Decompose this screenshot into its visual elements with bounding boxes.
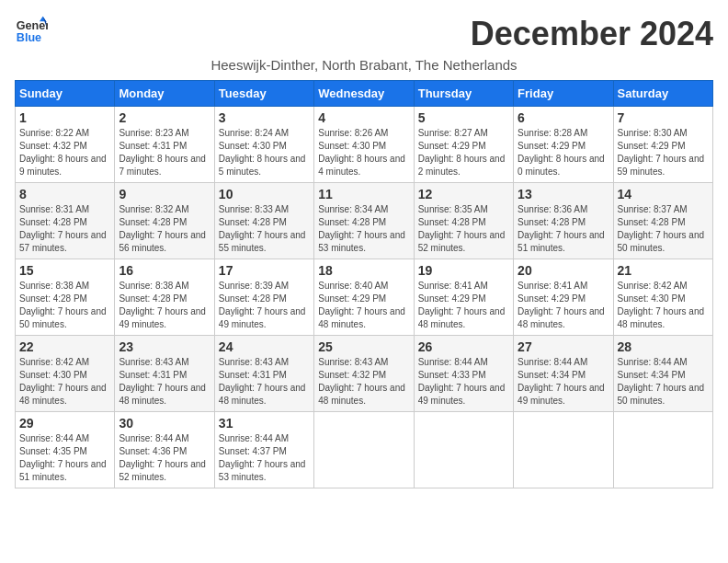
day-number: 18	[318, 263, 409, 278]
calendar-cell: 26Sunrise: 8:44 AM Sunset: 4:33 PM Dayli…	[414, 336, 513, 412]
day-number: 1	[19, 110, 110, 125]
day-number: 2	[119, 110, 210, 125]
calendar-week-2: 8Sunrise: 8:31 AM Sunset: 4:28 PM Daylig…	[16, 183, 713, 259]
calendar-table: SundayMondayTuesdayWednesdayThursdayFrid…	[15, 80, 713, 488]
month-title: December 2024	[471, 15, 713, 53]
day-number: 31	[219, 416, 310, 431]
day-info: Sunrise: 8:37 AM Sunset: 4:28 PM Dayligh…	[618, 203, 709, 255]
calendar-cell: 29Sunrise: 8:44 AM Sunset: 4:35 PM Dayli…	[16, 412, 115, 488]
calendar-cell: 19Sunrise: 8:41 AM Sunset: 4:29 PM Dayli…	[414, 259, 513, 336]
day-number: 30	[119, 416, 210, 431]
day-info: Sunrise: 8:43 AM Sunset: 4:31 PM Dayligh…	[219, 356, 310, 408]
day-info: Sunrise: 8:43 AM Sunset: 4:31 PM Dayligh…	[119, 356, 210, 408]
day-number: 27	[518, 339, 609, 354]
day-number: 28	[618, 339, 709, 354]
day-info: Sunrise: 8:40 AM Sunset: 4:29 PM Dayligh…	[318, 280, 409, 331]
day-number: 10	[219, 187, 310, 201]
day-number: 26	[418, 339, 509, 354]
day-info: Sunrise: 8:31 AM Sunset: 4:28 PM Dayligh…	[19, 203, 110, 255]
day-info: Sunrise: 8:44 AM Sunset: 4:33 PM Dayligh…	[418, 356, 509, 408]
day-info: Sunrise: 8:32 AM Sunset: 4:28 PM Dayligh…	[119, 203, 210, 255]
calendar-cell	[613, 412, 712, 488]
day-info: Sunrise: 8:38 AM Sunset: 4:28 PM Dayligh…	[19, 280, 110, 331]
calendar-cell: 4Sunrise: 8:26 AM Sunset: 4:30 PM Daylig…	[314, 107, 414, 183]
day-number: 6	[518, 110, 609, 125]
day-info: Sunrise: 8:34 AM Sunset: 4:28 PM Dayligh…	[318, 203, 409, 255]
weekday-monday: Monday	[115, 81, 214, 107]
calendar-body: 1Sunrise: 8:22 AM Sunset: 4:32 PM Daylig…	[16, 107, 713, 488]
page-header: General Blue December 2024	[15, 15, 713, 53]
day-info: Sunrise: 8:39 AM Sunset: 4:28 PM Dayligh…	[219, 280, 310, 331]
calendar-week-3: 15Sunrise: 8:38 AM Sunset: 4:28 PM Dayli…	[16, 259, 713, 336]
calendar-cell: 12Sunrise: 8:35 AM Sunset: 4:28 PM Dayli…	[414, 183, 513, 259]
day-number: 16	[119, 263, 210, 278]
title-block: December 2024	[471, 15, 713, 53]
calendar-cell: 15Sunrise: 8:38 AM Sunset: 4:28 PM Dayli…	[16, 259, 115, 336]
day-info: Sunrise: 8:42 AM Sunset: 4:30 PM Dayligh…	[19, 356, 110, 408]
calendar-cell: 17Sunrise: 8:39 AM Sunset: 4:28 PM Dayli…	[214, 259, 313, 336]
calendar-cell: 9Sunrise: 8:32 AM Sunset: 4:28 PM Daylig…	[115, 183, 214, 259]
calendar-cell	[414, 412, 513, 488]
day-number: 13	[518, 187, 609, 201]
calendar-cell: 20Sunrise: 8:41 AM Sunset: 4:29 PM Dayli…	[514, 259, 613, 336]
day-number: 9	[119, 187, 210, 201]
calendar-cell: 10Sunrise: 8:33 AM Sunset: 4:28 PM Dayli…	[214, 183, 313, 259]
day-info: Sunrise: 8:44 AM Sunset: 4:35 PM Dayligh…	[19, 432, 110, 484]
day-info: Sunrise: 8:44 AM Sunset: 4:37 PM Dayligh…	[219, 432, 310, 484]
calendar-cell: 31Sunrise: 8:44 AM Sunset: 4:37 PM Dayli…	[214, 412, 313, 488]
calendar-cell	[314, 412, 414, 488]
day-info: Sunrise: 8:22 AM Sunset: 4:32 PM Dayligh…	[19, 127, 110, 178]
day-info: Sunrise: 8:28 AM Sunset: 4:29 PM Dayligh…	[518, 127, 609, 178]
calendar-week-1: 1Sunrise: 8:22 AM Sunset: 4:32 PM Daylig…	[16, 107, 713, 183]
day-info: Sunrise: 8:36 AM Sunset: 4:28 PM Dayligh…	[518, 203, 609, 255]
calendar-cell: 13Sunrise: 8:36 AM Sunset: 4:28 PM Dayli…	[514, 183, 613, 259]
calendar-cell: 18Sunrise: 8:40 AM Sunset: 4:29 PM Dayli…	[314, 259, 414, 336]
weekday-thursday: Thursday	[414, 81, 513, 107]
calendar-cell: 22Sunrise: 8:42 AM Sunset: 4:30 PM Dayli…	[16, 336, 115, 412]
day-info: Sunrise: 8:44 AM Sunset: 4:34 PM Dayligh…	[618, 356, 709, 408]
calendar-cell: 14Sunrise: 8:37 AM Sunset: 4:28 PM Dayli…	[613, 183, 712, 259]
day-number: 8	[19, 187, 110, 201]
day-number: 21	[618, 263, 709, 278]
day-number: 3	[219, 110, 310, 125]
day-info: Sunrise: 8:41 AM Sunset: 4:29 PM Dayligh…	[518, 280, 609, 331]
calendar-cell: 5Sunrise: 8:27 AM Sunset: 4:29 PM Daylig…	[414, 107, 513, 183]
calendar-week-4: 22Sunrise: 8:42 AM Sunset: 4:30 PM Dayli…	[16, 336, 713, 412]
day-number: 24	[219, 339, 310, 354]
day-info: Sunrise: 8:41 AM Sunset: 4:29 PM Dayligh…	[418, 280, 509, 331]
calendar-cell: 30Sunrise: 8:44 AM Sunset: 4:36 PM Dayli…	[115, 412, 214, 488]
day-info: Sunrise: 8:26 AM Sunset: 4:30 PM Dayligh…	[318, 127, 409, 178]
day-info: Sunrise: 8:23 AM Sunset: 4:31 PM Dayligh…	[119, 127, 210, 178]
weekday-header-row: SundayMondayTuesdayWednesdayThursdayFrid…	[16, 81, 713, 107]
day-number: 22	[19, 339, 110, 354]
calendar-cell: 21Sunrise: 8:42 AM Sunset: 4:30 PM Dayli…	[613, 259, 712, 336]
day-number: 17	[219, 263, 310, 278]
day-info: Sunrise: 8:30 AM Sunset: 4:29 PM Dayligh…	[618, 127, 709, 178]
calendar-cell: 2Sunrise: 8:23 AM Sunset: 4:31 PM Daylig…	[115, 107, 214, 183]
calendar-cell: 6Sunrise: 8:28 AM Sunset: 4:29 PM Daylig…	[514, 107, 613, 183]
calendar-cell: 23Sunrise: 8:43 AM Sunset: 4:31 PM Dayli…	[115, 336, 214, 412]
day-info: Sunrise: 8:33 AM Sunset: 4:28 PM Dayligh…	[219, 203, 310, 255]
day-info: Sunrise: 8:42 AM Sunset: 4:30 PM Dayligh…	[618, 280, 709, 331]
weekday-sunday: Sunday	[16, 81, 115, 107]
calendar-cell: 8Sunrise: 8:31 AM Sunset: 4:28 PM Daylig…	[16, 183, 115, 259]
day-number: 15	[19, 263, 110, 278]
day-info: Sunrise: 8:43 AM Sunset: 4:32 PM Dayligh…	[318, 356, 409, 408]
day-info: Sunrise: 8:24 AM Sunset: 4:30 PM Dayligh…	[219, 127, 310, 178]
day-number: 20	[518, 263, 609, 278]
calendar-cell: 3Sunrise: 8:24 AM Sunset: 4:30 PM Daylig…	[214, 107, 313, 183]
calendar-cell: 16Sunrise: 8:38 AM Sunset: 4:28 PM Dayli…	[115, 259, 214, 336]
day-info: Sunrise: 8:35 AM Sunset: 4:28 PM Dayligh…	[418, 203, 509, 255]
svg-text:Blue: Blue	[17, 31, 41, 44]
day-info: Sunrise: 8:44 AM Sunset: 4:36 PM Dayligh…	[119, 432, 210, 484]
day-number: 23	[119, 339, 210, 354]
calendar-cell: 11Sunrise: 8:34 AM Sunset: 4:28 PM Dayli…	[314, 183, 414, 259]
weekday-tuesday: Tuesday	[214, 81, 313, 107]
day-number: 4	[318, 110, 409, 125]
day-number: 7	[618, 110, 709, 125]
weekday-wednesday: Wednesday	[314, 81, 414, 107]
calendar-cell: 27Sunrise: 8:44 AM Sunset: 4:34 PM Dayli…	[514, 336, 613, 412]
logo: General Blue	[15, 15, 48, 48]
calendar-cell: 28Sunrise: 8:44 AM Sunset: 4:34 PM Dayli…	[613, 336, 712, 412]
calendar-week-5: 29Sunrise: 8:44 AM Sunset: 4:35 PM Dayli…	[16, 412, 713, 488]
